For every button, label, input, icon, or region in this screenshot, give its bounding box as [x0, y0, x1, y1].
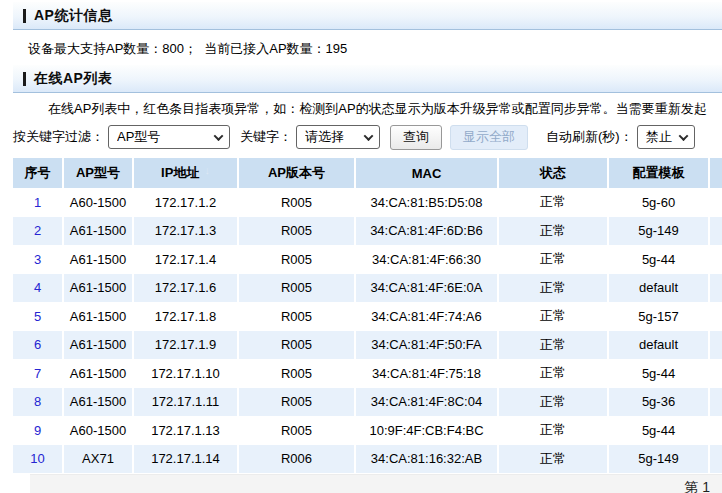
- cell-ap-model: A61-1500: [63, 331, 133, 360]
- chevron-down-icon: [214, 131, 224, 141]
- cell-mac: 34:CA:81:4F:6E:0A: [355, 274, 498, 303]
- cell-ip-address: 172.17.1.8: [133, 302, 238, 331]
- column-header-ap-model: AP型号: [63, 158, 133, 188]
- cell-status: 正常: [498, 388, 608, 417]
- row-seq-link[interactable]: 7: [13, 359, 63, 388]
- cell-ip-address: 172.17.1.6: [133, 274, 238, 303]
- row-seq-link[interactable]: 2: [13, 217, 63, 246]
- cell-cutoff: [709, 331, 722, 360]
- cell-ap-version: R005: [238, 274, 355, 303]
- row-seq-link[interactable]: 8: [13, 388, 63, 417]
- table-header-row: 序号 AP型号 IP地址↓ AP版本号 MAC 状态 配置模板: [13, 158, 722, 188]
- row-seq-link[interactable]: 1: [13, 188, 63, 217]
- filter-field-value: AP型号: [117, 128, 208, 146]
- cell-config-template: 5g-36: [608, 388, 709, 417]
- table-row: 2 A61-1500 172.17.1.3 R005 34:CA:81:4F:6…: [13, 217, 722, 246]
- row-seq-link[interactable]: 6: [13, 331, 63, 360]
- keyword-select[interactable]: 请选择: [296, 125, 380, 149]
- section-title-ap-stats: AP统计信息: [34, 7, 112, 25]
- cell-ap-model: A61-1500: [63, 388, 133, 417]
- cell-mac: 34:CA:81:4F:8C:04: [355, 388, 498, 417]
- table-row: 4 A61-1500 172.17.1.6 R005 34:CA:81:4F:6…: [13, 274, 722, 303]
- cell-config-template: 5g-44: [608, 416, 709, 445]
- cell-ap-version: R005: [238, 331, 355, 360]
- cell-ap-model: AX71: [63, 445, 133, 474]
- page-indicator: 第 1: [684, 479, 710, 493]
- cell-config-template: default: [608, 274, 709, 303]
- table-row: 5 A61-1500 172.17.1.8 R005 34:CA:81:4F:7…: [13, 302, 722, 331]
- cell-mac: 34:CA:81:16:32:AB: [355, 445, 498, 474]
- column-header-mac: MAC: [355, 158, 498, 188]
- cell-ip-address: 172.17.1.14: [133, 445, 238, 474]
- cell-status: 正常: [498, 245, 608, 274]
- cell-ap-model: A61-1500: [63, 245, 133, 274]
- cell-status: 正常: [498, 302, 608, 331]
- cell-status: 正常: [498, 416, 608, 445]
- cell-ap-version: R005: [238, 388, 355, 417]
- column-header-ip-address[interactable]: IP地址↓: [133, 158, 238, 188]
- cell-ip-address: 172.17.1.10: [133, 359, 238, 388]
- cell-cutoff: [709, 416, 722, 445]
- cell-mac: 34:CA:81:4F:50:FA: [355, 331, 498, 360]
- column-header-ap-version: AP版本号: [238, 158, 355, 188]
- pagination-bar: 第 1: [30, 474, 722, 493]
- cell-config-template: 5g-149: [608, 445, 709, 474]
- table-row: 8 A61-1500 172.17.1.11 R005 34:CA:81:4F:…: [13, 388, 722, 417]
- cell-status: 正常: [498, 217, 608, 246]
- auto-refresh-value: 禁止: [646, 128, 673, 146]
- row-seq-link[interactable]: 10: [13, 445, 63, 474]
- cell-mac: 10:9F:4F:CB:F4:BC: [355, 416, 498, 445]
- cell-ip-address: 172.17.1.3: [133, 217, 238, 246]
- keyword-value: 请选择: [305, 128, 358, 146]
- column-header-ip-label: IP地址: [161, 165, 199, 180]
- row-seq-link[interactable]: 9: [13, 416, 63, 445]
- filter-toolbar: 按关键字过滤： AP型号 关键字： 请选择 查询 显示全部 自动刷新(秒)： 禁…: [13, 124, 722, 150]
- cell-status: 正常: [498, 445, 608, 474]
- cell-config-template: 5g-157: [608, 302, 709, 331]
- column-header-status: 状态: [498, 158, 608, 188]
- cell-status: 正常: [498, 188, 608, 217]
- auto-refresh-select[interactable]: 禁止: [637, 125, 695, 149]
- page-content: AP统计信息 设备最大支持AP数量：800； 当前已接入AP数量：195 在线A…: [13, 0, 722, 474]
- cell-status: 正常: [498, 359, 608, 388]
- keyword-label: 关键字：: [240, 128, 292, 146]
- row-seq-link[interactable]: 3: [13, 245, 63, 274]
- cell-cutoff: [709, 217, 722, 246]
- cell-mac: 34:CA:81:4F:66:30: [355, 245, 498, 274]
- row-seq-link[interactable]: 4: [13, 274, 63, 303]
- row-seq-link[interactable]: 5: [13, 302, 63, 331]
- cell-ap-version: R005: [238, 245, 355, 274]
- cell-ip-address: 172.17.1.2: [133, 188, 238, 217]
- table-row: 7 A61-1500 172.17.1.10 R005 34:CA:81:4F:…: [13, 359, 722, 388]
- table-row: 10 AX71 172.17.1.14 R006 34:CA:81:16:32:…: [13, 445, 722, 474]
- section-header-ap-stats: AP统计信息: [13, 2, 722, 30]
- cell-mac: 34:CA:81:4F:74:A6: [355, 302, 498, 331]
- table-row: 6 A61-1500 172.17.1.9 R005 34:CA:81:4F:5…: [13, 331, 722, 360]
- query-button[interactable]: 查询: [390, 125, 442, 150]
- cell-status: 正常: [498, 274, 608, 303]
- show-all-button[interactable]: 显示全部: [450, 125, 528, 150]
- cell-mac: 34:CA:81:4F:75:18: [355, 359, 498, 388]
- filter-field-select[interactable]: AP型号: [108, 125, 230, 149]
- column-header-cutoff: [709, 158, 722, 188]
- cell-mac: 34:CA:81:4F:6D:B6: [355, 217, 498, 246]
- cell-cutoff: [709, 359, 722, 388]
- section-header-online-ap-list: 在线AP列表: [13, 65, 722, 93]
- cell-ap-model: A61-1500: [63, 359, 133, 388]
- online-ap-table: 序号 AP型号 IP地址↓ AP版本号 MAC 状态 配置模板 1 A60-15…: [13, 158, 722, 474]
- chevron-down-icon: [678, 131, 688, 141]
- filter-by-keyword-label: 按关键字过滤：: [13, 128, 104, 146]
- cell-ap-version: R006: [238, 445, 355, 474]
- cell-ap-version: R005: [238, 217, 355, 246]
- section-marker-bar: [23, 9, 26, 23]
- section-title-online-ap-list: 在线AP列表: [34, 70, 112, 88]
- cell-ap-model: A61-1500: [63, 217, 133, 246]
- cell-config-template: 5g-44: [608, 359, 709, 388]
- column-header-seq: 序号: [13, 158, 63, 188]
- cell-ap-model: A60-1500: [63, 188, 133, 217]
- ap-table-body: 1 A60-1500 172.17.1.2 R005 34:CA:81:B5:D…: [13, 188, 722, 473]
- cell-status: 正常: [498, 331, 608, 360]
- cell-mac: 34:CA:81:B5:D5:08: [355, 188, 498, 217]
- cell-ap-version: R005: [238, 302, 355, 331]
- cell-ap-version: R005: [238, 416, 355, 445]
